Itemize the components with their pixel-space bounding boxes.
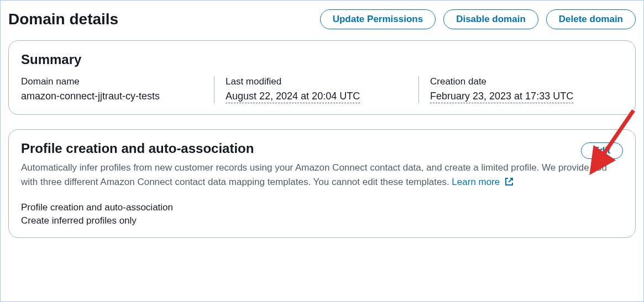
domain-name-value: amazon-connect-jjtraut-cy-tests: [21, 91, 203, 102]
page-title: Domain details: [8, 10, 118, 28]
page-header: Domain details Update Permissions Disabl…: [8, 9, 636, 29]
summary-card: Summary Domain name amazon-connect-jjtra…: [8, 40, 636, 115]
profile-creation-title: Profile creation and auto-association: [21, 141, 254, 156]
summary-creation-date: Creation date February 23, 2023 at 17:33…: [418, 76, 623, 103]
header-actions: Update Permissions Disable domain Delete…: [320, 9, 636, 29]
summary-last-modified: Last modified August 22, 2024 at 20:04 U…: [214, 76, 418, 103]
profile-setting-value: Create inferred profiles only: [21, 215, 623, 226]
summary-title: Summary: [21, 52, 623, 67]
learn-more-link[interactable]: Learn more: [452, 177, 514, 187]
update-permissions-button[interactable]: Update Permissions: [320, 9, 436, 29]
disable-domain-button[interactable]: Disable domain: [443, 9, 538, 29]
creation-date-label: Creation date: [430, 76, 612, 87]
delete-domain-button[interactable]: Delete domain: [546, 9, 636, 29]
profile-setting-label: Profile creation and auto-association: [21, 202, 623, 213]
last-modified-value: August 22, 2024 at 20:04 UTC: [226, 91, 360, 103]
summary-domain-name: Domain name amazon-connect-jjtraut-cy-te…: [21, 76, 214, 103]
domain-name-label: Domain name: [21, 76, 203, 87]
last-modified-label: Last modified: [226, 76, 407, 87]
external-link-icon: [505, 176, 514, 190]
profile-creation-card: Profile creation and auto-association Ed…: [8, 129, 636, 238]
edit-button[interactable]: Edit: [581, 142, 623, 159]
creation-date-value: February 23, 2023 at 17:33 UTC: [430, 91, 573, 103]
profile-creation-description: Automatically infer profiles from new cu…: [21, 161, 623, 191]
